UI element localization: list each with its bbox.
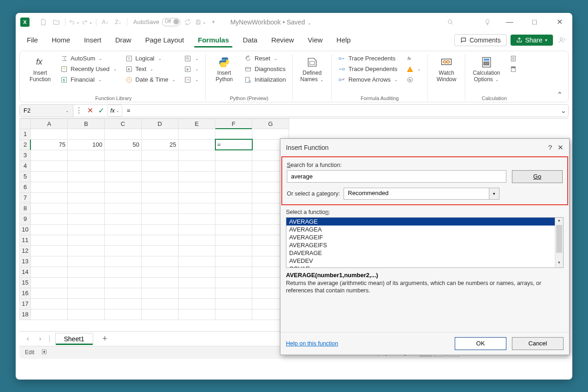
col-header-E[interactable]: E	[178, 119, 215, 129]
cell-F15[interactable]	[215, 277, 252, 288]
enter-formula-icon[interactable]: ✓	[95, 105, 107, 117]
search-input[interactable]: average	[287, 170, 506, 183]
cell-B8[interactable]	[68, 203, 105, 214]
cell-D8[interactable]	[142, 203, 178, 214]
cell-C5[interactable]	[105, 171, 142, 182]
cell-D7[interactable]	[142, 192, 178, 203]
refresh-icon[interactable]	[182, 17, 193, 28]
error-checking-button[interactable]: !⌄	[404, 65, 423, 74]
calc-sheet-button[interactable]	[508, 65, 519, 74]
scroll-up-icon[interactable]: ▴	[555, 218, 563, 225]
cell-F2[interactable]: =	[215, 139, 252, 150]
tab-formulas[interactable]: Formulas	[191, 33, 236, 47]
cell-C2[interactable]: 50	[105, 139, 142, 150]
row-header-13[interactable]: 13	[20, 256, 31, 267]
python-init-button[interactable]: Initialization	[243, 75, 288, 84]
trace-dependents-button[interactable]: Trace Dependents	[336, 65, 400, 74]
cell-D11[interactable]	[142, 235, 178, 245]
cell-A1[interactable]	[31, 129, 68, 139]
row-header-4[interactable]: 4	[20, 160, 31, 171]
expand-formula-bar-icon[interactable]: ⌄	[558, 106, 568, 115]
cell-A3[interactable]	[31, 150, 68, 160]
cell-F9[interactable]	[215, 214, 252, 224]
row-header-16[interactable]: 16	[20, 288, 31, 298]
cell-B7[interactable]	[68, 192, 105, 203]
cell-C1[interactable]	[105, 129, 142, 139]
cell-B17[interactable]	[68, 298, 105, 309]
col-header-B[interactable]: B	[68, 119, 105, 129]
share-button[interactable]: Share ▾	[511, 35, 553, 46]
row-header-1[interactable]: 1	[20, 129, 31, 139]
cell-D3[interactable]	[142, 150, 178, 160]
sort-asc-icon[interactable]: A↓	[100, 17, 111, 28]
tab-file[interactable]: File	[20, 33, 44, 47]
cell-A14[interactable]	[31, 267, 68, 277]
cell-F8[interactable]	[215, 203, 252, 214]
cancel-button[interactable]: Cancel	[512, 337, 564, 350]
cell-A16[interactable]	[31, 288, 68, 298]
category-select[interactable]: Recommended ▾	[344, 188, 499, 200]
function-item-average[interactable]: AVERAGE	[286, 218, 555, 226]
function-item-avedev[interactable]: AVEDEV	[286, 257, 555, 265]
cell-E9[interactable]	[178, 214, 215, 224]
function-item-averageif[interactable]: AVERAGEIF	[286, 233, 555, 241]
evaluate-formula-button[interactable]: fx	[404, 75, 423, 84]
cell-F6[interactable]	[215, 182, 252, 192]
financial-button[interactable]: $Financial⌄	[59, 75, 119, 84]
col-header-F[interactable]: F	[215, 119, 252, 129]
cell-B3[interactable]	[68, 150, 105, 160]
col-header-C[interactable]: C	[105, 119, 142, 129]
cell-D12[interactable]	[142, 245, 178, 256]
cell-D16[interactable]	[142, 288, 178, 298]
cell-F4[interactable]	[215, 160, 252, 171]
text-button[interactable]: AText⌄	[124, 65, 178, 74]
row-header-10[interactable]: 10	[20, 224, 31, 235]
row-header-14[interactable]: 14	[20, 267, 31, 277]
cell-F3[interactable]	[215, 150, 252, 160]
macro-record-icon[interactable]	[41, 349, 48, 356]
cell-F1[interactable]	[215, 129, 252, 139]
cell-E14[interactable]	[178, 267, 215, 277]
tab-page-layout[interactable]: Page Layout	[139, 33, 190, 47]
cell-C18[interactable]	[105, 309, 142, 320]
row-header-15[interactable]: 15	[20, 277, 31, 288]
open-file-icon[interactable]	[51, 17, 62, 28]
cell-A2[interactable]: 75	[31, 139, 68, 150]
sort-desc-icon[interactable]: Z↓	[113, 17, 124, 28]
cell-B18[interactable]	[68, 309, 105, 320]
cell-E12[interactable]	[178, 245, 215, 256]
cell-D17[interactable]	[142, 298, 178, 309]
help-link[interactable]: Help on this function	[286, 340, 338, 347]
cell-B11[interactable]	[68, 235, 105, 245]
close-button[interactable]: ✕	[551, 15, 568, 29]
ribbon-collapse-icon[interactable]: ⌃	[557, 90, 563, 99]
cell-F10[interactable]	[215, 224, 252, 235]
fx-icon[interactable]: fx⌄	[107, 105, 122, 117]
cell-C17[interactable]	[105, 298, 142, 309]
trace-precedents-button[interactable]: Trace Precedents	[336, 54, 400, 63]
cell-E5[interactable]	[178, 171, 215, 182]
cell-A11[interactable]	[31, 235, 68, 245]
cell-C11[interactable]	[105, 235, 142, 245]
function-item-daverage[interactable]: DAVERAGE	[286, 249, 555, 257]
cell-F14[interactable]	[215, 267, 252, 277]
cell-A18[interactable]	[31, 309, 68, 320]
tab-help[interactable]: Help	[330, 33, 357, 47]
qat-more-icon[interactable]: ▾	[208, 17, 219, 28]
cancel-formula-icon[interactable]: ✕	[84, 105, 95, 117]
calc-now-button[interactable]	[508, 54, 519, 63]
function-item-averageifs[interactable]: AVERAGEIFS	[286, 241, 555, 249]
cell-E1[interactable]	[178, 129, 215, 139]
cell-E6[interactable]	[178, 182, 215, 192]
select-all-corner[interactable]	[20, 119, 31, 129]
cell-A12[interactable]	[31, 245, 68, 256]
name-box[interactable]: F2⌄	[20, 105, 73, 117]
row-header-5[interactable]: 5	[20, 171, 31, 182]
cell-E10[interactable]	[178, 224, 215, 235]
search-icon[interactable]	[445, 17, 456, 28]
cell-E16[interactable]	[178, 288, 215, 298]
defined-names-button[interactable]: Defined Names ⌄	[297, 54, 327, 85]
tab-home[interactable]: Home	[45, 33, 77, 47]
remove-arrows-button[interactable]: Remove Arrows⌄	[336, 75, 400, 84]
cell-C3[interactable]	[105, 150, 142, 160]
